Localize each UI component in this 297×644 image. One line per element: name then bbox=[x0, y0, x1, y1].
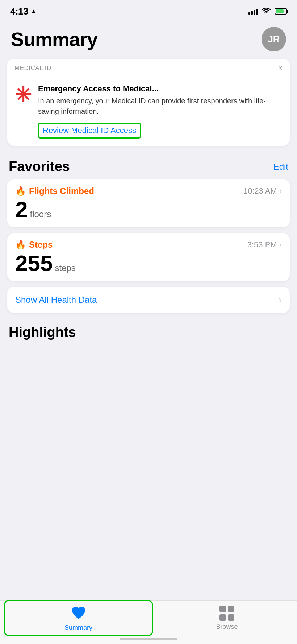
card-header: 🔥 Steps 3:53 PM › bbox=[15, 240, 282, 250]
bottom-spacer bbox=[7, 340, 290, 391]
steps-time: 3:53 PM › bbox=[247, 240, 282, 249]
tab-summary[interactable]: Summary bbox=[4, 600, 153, 636]
tab-summary-label: Summary bbox=[64, 624, 92, 632]
chevron-right-icon: › bbox=[279, 294, 282, 306]
steps-value-row: 255 steps bbox=[15, 252, 282, 274]
signal-bars-icon bbox=[248, 8, 258, 15]
battery-icon bbox=[275, 8, 287, 15]
home-indicator bbox=[120, 638, 177, 640]
close-button[interactable]: × bbox=[278, 64, 283, 72]
steps-card[interactable]: 🔥 Steps 3:53 PM › 255 steps bbox=[7, 233, 290, 281]
flights-time: 10:23 AM › bbox=[243, 186, 282, 196]
status-icons bbox=[248, 8, 287, 15]
medical-asterisk-icon: ✳ bbox=[14, 85, 32, 105]
tab-bar: Summary Browse bbox=[0, 600, 297, 644]
steps-title: Steps bbox=[29, 240, 53, 250]
steps-value: 255 bbox=[15, 252, 53, 274]
flights-value-row: 2 floors bbox=[15, 198, 282, 221]
show-all-text: Show All Health Data bbox=[15, 295, 97, 305]
status-bar: 4:13 ▲ bbox=[0, 0, 297, 20]
card-header: 🔥 Flights Climbed 10:23 AM › bbox=[15, 186, 282, 196]
favorites-section-header: Favorites Edit bbox=[7, 157, 290, 179]
show-all-health-data-button[interactable]: Show All Health Data › bbox=[7, 287, 290, 313]
tab-browse-label: Browse bbox=[216, 623, 238, 631]
main-content: MEDICAL ID × ✳ Emergency Access to Medic… bbox=[0, 59, 297, 391]
heart-icon bbox=[70, 604, 87, 622]
chevron-right-icon: › bbox=[279, 240, 282, 249]
browse-icon bbox=[219, 606, 235, 621]
medical-text-block: Emergency Access to Medical... In an eme… bbox=[38, 84, 283, 139]
favorites-title: Favorites bbox=[9, 159, 70, 174]
tab-browse[interactable]: Browse bbox=[157, 602, 297, 634]
page-title: Summary bbox=[11, 28, 97, 50]
medical-description: In an emergency, your Medical ID can pro… bbox=[38, 96, 283, 117]
battery-fill bbox=[276, 9, 284, 13]
avatar[interactable]: JR bbox=[262, 27, 286, 51]
review-medical-id-link[interactable]: Review Medical ID Access bbox=[38, 123, 141, 139]
status-time: 4:13 bbox=[10, 6, 28, 17]
medical-title: Emergency Access to Medical... bbox=[38, 84, 283, 94]
medical-id-card: MEDICAL ID × ✳ Emergency Access to Medic… bbox=[7, 59, 290, 146]
medical-id-body: ✳ Emergency Access to Medical... In an e… bbox=[7, 77, 290, 146]
chevron-right-icon: › bbox=[279, 186, 282, 196]
flame-icon: 🔥 bbox=[15, 186, 26, 196]
steps-unit: steps bbox=[55, 263, 75, 273]
favorites-edit-button[interactable]: Edit bbox=[273, 162, 288, 172]
flights-unit: floors bbox=[30, 209, 51, 219]
flights-value: 2 bbox=[15, 198, 28, 221]
flights-climbed-card[interactable]: 🔥 Flights Climbed 10:23 AM › 2 floors bbox=[7, 179, 290, 227]
page-header: Summary JR bbox=[0, 20, 297, 59]
flights-climbed-title: Flights Climbed bbox=[29, 186, 94, 196]
highlights-section: Highlights bbox=[7, 325, 290, 340]
medical-id-header: MEDICAL ID × bbox=[7, 59, 290, 77]
location-icon: ▲ bbox=[30, 8, 37, 15]
highlights-title: Highlights bbox=[7, 323, 78, 340]
medical-id-label: MEDICAL ID bbox=[14, 65, 51, 72]
wifi-icon bbox=[262, 8, 271, 15]
flame-icon: 🔥 bbox=[15, 240, 26, 250]
